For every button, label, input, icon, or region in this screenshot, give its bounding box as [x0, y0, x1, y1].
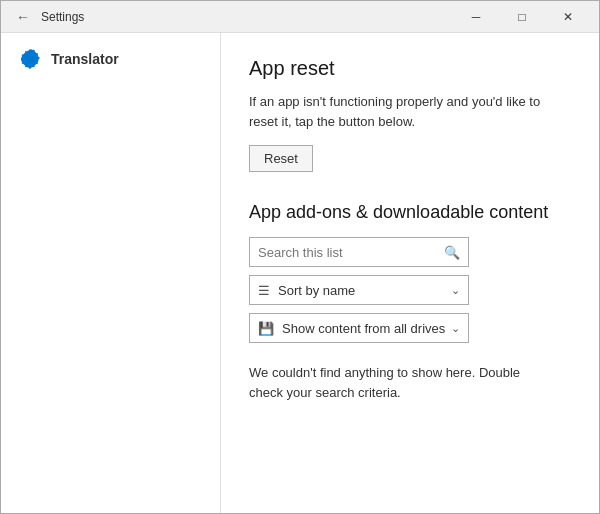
close-button[interactable]: ✕ [545, 1, 591, 33]
show-content-dropdown[interactable]: 💾 Show content from all drives ⌄ [249, 313, 469, 343]
sort-label: Sort by name [278, 283, 451, 298]
search-box[interactable]: 🔍 [249, 237, 469, 267]
window-title: Settings [41, 10, 84, 24]
sidebar: Translator [1, 33, 221, 513]
search-input[interactable] [258, 245, 444, 260]
maximize-button[interactable]: □ [499, 1, 545, 33]
settings-window: ← Settings ─ □ ✕ Translator [0, 0, 600, 514]
show-content-label: Show content from all drives [282, 321, 451, 336]
reset-description: If an app isn't functioning properly and… [249, 92, 571, 131]
close-icon: ✕ [563, 10, 573, 24]
sort-icon: ☰ [258, 283, 270, 298]
maximize-icon: □ [518, 10, 525, 24]
reset-button[interactable]: Reset [249, 145, 313, 172]
empty-message: We couldn't find anything to show here. … [249, 363, 549, 402]
addons-section-title: App add-ons & downloadable content [249, 202, 571, 223]
reset-section-title: App reset [249, 57, 571, 80]
chevron-down-icon-2: ⌄ [451, 322, 460, 335]
minimize-icon: ─ [472, 10, 481, 24]
back-button[interactable]: ← [9, 3, 37, 31]
chevron-down-icon: ⌄ [451, 284, 460, 297]
app-name: Translator [51, 51, 119, 67]
sort-dropdown[interactable]: ☰ Sort by name ⌄ [249, 275, 469, 305]
title-bar: ← Settings ─ □ ✕ [1, 1, 599, 33]
content-area: Translator App reset If an app isn't fun… [1, 33, 599, 513]
window-controls: ─ □ ✕ [453, 1, 591, 33]
main-content: App reset If an app isn't functioning pr… [221, 33, 599, 513]
search-icon: 🔍 [444, 245, 460, 260]
sidebar-header: Translator [1, 33, 220, 77]
minimize-button[interactable]: ─ [453, 1, 499, 33]
gear-icon [21, 49, 41, 69]
drive-icon: 💾 [258, 321, 274, 336]
